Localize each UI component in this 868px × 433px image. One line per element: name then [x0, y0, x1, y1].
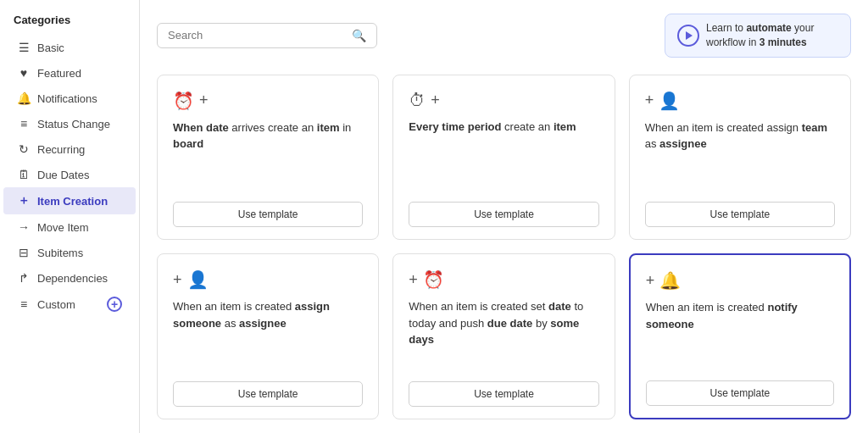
subitems-icon: ⊟ [17, 246, 31, 259]
card-1-icons: ⏰ + [173, 91, 363, 111]
search-box[interactable]: 🔍 [157, 23, 377, 48]
card-6-body: When an item is created notify someone [646, 299, 834, 367]
cards-grid: ⏰ + When date arrives create an item in … [157, 75, 851, 419]
sidebar-item-due-dates[interactable]: 🗓 Due Dates [3, 162, 136, 187]
sidebar-item-label: Move Item [37, 221, 89, 234]
template-card-6: + 🔔 When an item is created notify someo… [629, 253, 851, 419]
play-button[interactable] [677, 25, 699, 47]
plus-icon: + [409, 271, 418, 289]
sidebar: Categories ☰ Basic ♥ Featured 🔔 Notifica… [0, 0, 140, 433]
sidebar-item-label: Notifications [37, 92, 97, 105]
main-content: 🔍 Learn to automate your workflow in 3 m… [140, 0, 868, 433]
template-card-4: + 👤 When an item is created assign someo… [157, 253, 379, 419]
card-4-body: When an item is created assign someone a… [173, 298, 363, 368]
use-template-button-5[interactable]: Use template [409, 381, 598, 407]
status-change-icon: ≡ [17, 117, 31, 130]
sidebar-item-status-change[interactable]: ≡ Status Change [3, 111, 136, 136]
move-item-icon: → [17, 220, 31, 234]
alarm-icon: ⏰ [173, 91, 194, 111]
plus-icon: + [173, 271, 182, 289]
sidebar-item-label: Item Creation [37, 195, 108, 208]
alarm-icon: ⏰ [423, 269, 444, 290]
sidebar-item-move-item[interactable]: → Move Item [3, 214, 136, 240]
card-2-body: Every time period create an item [409, 119, 598, 189]
sidebar-item-basic[interactable]: ☰ Basic [3, 35, 136, 60]
sidebar-item-notifications[interactable]: 🔔 Notifications [3, 86, 136, 111]
custom-add-button[interactable]: + [107, 297, 122, 312]
person-icon: 👤 [659, 91, 680, 111]
sidebar-item-label: Dependencies [37, 272, 108, 285]
use-template-button-2[interactable]: Use template [409, 202, 598, 227]
sidebar-item-label: Subitems [37, 247, 83, 259]
template-card-2: ⏱ + Every time period create an item Use… [392, 75, 615, 241]
card-1-body: When date arrives create an item in boar… [173, 119, 363, 189]
sidebar-item-label: Recurring [37, 143, 85, 156]
dependencies-icon: ↱ [17, 271, 31, 285]
card-5-icons: + ⏰ [409, 269, 598, 290]
person-icon: 👤 [187, 269, 209, 290]
item-creation-icon: ＋ [17, 193, 31, 208]
recurring-icon: ↻ [17, 142, 31, 156]
card-3-icons: + 👤 [645, 91, 835, 111]
play-icon [686, 31, 693, 40]
card-2-icons: ⏱ + [409, 91, 598, 110]
template-card-1: ⏰ + When date arrives create an item in … [157, 75, 379, 241]
search-input[interactable] [168, 29, 347, 42]
sidebar-item-label: Due Dates [37, 169, 89, 181]
featured-icon: ♥ [17, 66, 31, 80]
due-dates-icon: 🗓 [17, 168, 31, 181]
sidebar-item-label: Status Change [37, 118, 110, 130]
sidebar-item-custom[interactable]: ≡ Custom + [3, 291, 136, 318]
sidebar-item-recurring[interactable]: ↻ Recurring [3, 136, 136, 162]
topbar: 🔍 Learn to automate your workflow in 3 m… [157, 14, 851, 58]
card-3-body: When an item is created assign team as a… [645, 119, 835, 189]
plus-icon: + [645, 92, 654, 109]
sidebar-item-subitems[interactable]: ⊟ Subitems [3, 240, 136, 265]
sidebar-item-label: Custom [37, 298, 75, 311]
card-4-icons: + 👤 [173, 269, 363, 290]
use-template-button-1[interactable]: Use template [173, 202, 363, 227]
card-6-icons: + 🔔 [646, 270, 834, 291]
sidebar-item-label: Featured [37, 67, 81, 80]
bell-icon: 🔔 [659, 270, 681, 291]
timer-icon: ⏱ [409, 91, 426, 110]
notifications-icon: 🔔 [17, 92, 31, 105]
template-card-5: + ⏰ When an item is created set date to … [392, 253, 615, 419]
sidebar-title: Categories [0, 14, 139, 35]
sidebar-item-item-creation[interactable]: ＋ Item Creation [3, 187, 136, 214]
sidebar-item-dependencies[interactable]: ↱ Dependencies [3, 265, 136, 291]
use-template-button-6[interactable]: Use template [646, 380, 834, 406]
search-icon: 🔍 [352, 29, 366, 42]
template-card-3: + 👤 When an item is created assign team … [629, 75, 851, 241]
use-template-button-3[interactable]: Use template [645, 202, 835, 227]
automate-banner[interactable]: Learn to automate your workflow in 3 min… [665, 14, 851, 58]
plus-icon: + [431, 92, 440, 109]
plus-icon: + [199, 92, 209, 109]
sidebar-item-featured[interactable]: ♥ Featured [3, 60, 136, 86]
automate-text: Learn to automate your workflow in 3 min… [706, 21, 838, 50]
custom-icon: ≡ [17, 297, 31, 311]
use-template-button-4[interactable]: Use template [173, 381, 363, 407]
card-5-body: When an item is created set date to toda… [409, 298, 598, 368]
sidebar-item-label: Basic [37, 42, 64, 54]
basic-icon: ☰ [17, 41, 31, 54]
plus-icon: + [646, 272, 655, 290]
